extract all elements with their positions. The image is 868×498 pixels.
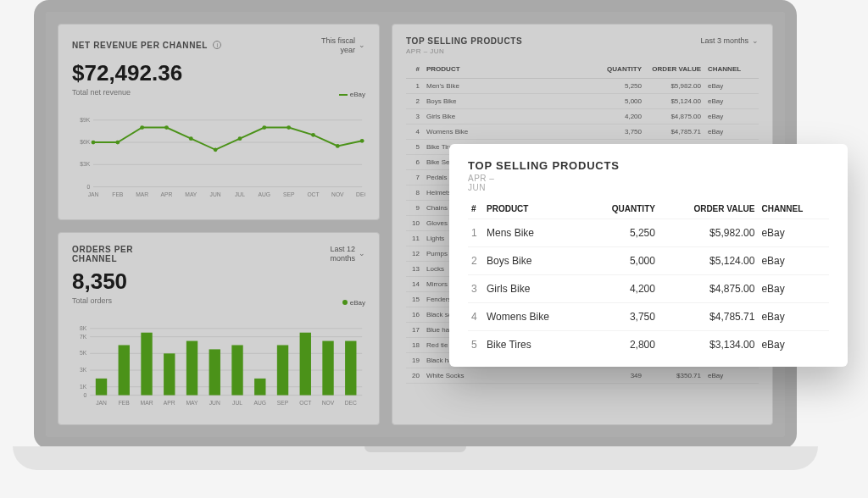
svg-point-23 (164, 125, 169, 130)
svg-text:MAR: MAR (136, 191, 148, 197)
svg-text:JUL: JUL (232, 400, 242, 406)
svg-text:AUG: AUG (259, 191, 271, 197)
table-row[interactable]: 4Womens Bike3,750$4,785.71eBay (406, 125, 759, 140)
chevron-down-icon: ⌄ (359, 249, 365, 258)
svg-text:7K: 7K (80, 334, 87, 340)
legend-dot-icon (342, 300, 348, 305)
orders-legend: eBay (350, 299, 365, 307)
orders-value: 8,350 (72, 268, 365, 295)
svg-text:JUN: JUN (210, 191, 221, 197)
svg-point-21 (115, 140, 120, 144)
svg-text:JUN: JUN (209, 400, 220, 406)
table-row[interactable]: 3Girls Bike4,200$4,875.00eBay (406, 109, 759, 125)
svg-text:$9K: $9K (80, 116, 90, 122)
orders-sub: Total orders (72, 296, 365, 305)
svg-point-24 (189, 136, 193, 141)
svg-rect-44 (96, 379, 107, 396)
chevron-down-icon: ⌄ (359, 41, 365, 50)
table-row[interactable]: 1Men's Bike5,250$5,982.00eBay (406, 79, 759, 94)
table-row[interactable]: 2Boys Bike5,000$5,124.00eBay (406, 94, 759, 109)
svg-rect-62 (300, 333, 311, 396)
top-selling-title: TOP SELLING PRODUCTS (406, 36, 522, 46)
net-revenue-period-selector[interactable]: This fiscal year ⌄ (313, 36, 365, 55)
top-selling-range: APR – JUN (406, 47, 522, 55)
svg-rect-58 (254, 379, 265, 396)
net-revenue-legend: eBay (350, 91, 365, 98)
svg-text:3K: 3K (80, 367, 87, 373)
orders-period-selector[interactable]: Last 12 months ⌄ (321, 245, 365, 263)
net-revenue-line-chart: 0$3K$6K$9KJANFEBMARAPRMAYJUNJULAUGSEPOCT… (72, 115, 365, 200)
svg-point-29 (311, 132, 315, 136)
svg-text:MAR: MAR (141, 400, 153, 406)
popup-header-row: # PRODUCT QUANTITY ORDER VALUE CHANNEL (468, 199, 829, 219)
svg-text:DEC: DEC (345, 400, 357, 406)
svg-rect-54 (209, 349, 220, 395)
svg-point-30 (336, 144, 340, 148)
orders-title: ORDERS PER CHANNEL (72, 245, 148, 263)
net-revenue-sub: Total net revenue (72, 88, 365, 97)
popup-range: APR –JUN (468, 174, 829, 192)
svg-text:NOV: NOV (331, 191, 344, 197)
svg-text:MAY: MAY (185, 191, 198, 197)
svg-text:MAY: MAY (186, 400, 198, 406)
popup-table: # PRODUCT QUANTITY ORDER VALUE CHANNEL 1… (468, 199, 829, 358)
popup-row[interactable]: 2Boys Bike5,000$5,124.00eBay (468, 247, 829, 275)
popup-row[interactable]: 3Girls Bike4,200$4,875.00eBay (468, 275, 829, 303)
legend-line-icon (339, 94, 348, 96)
info-icon[interactable]: i (213, 41, 221, 49)
svg-text:5K: 5K (80, 350, 87, 356)
table-row[interactable]: 20White Socks349$350.71eBay (406, 368, 759, 384)
svg-text:1K: 1K (80, 384, 87, 390)
svg-point-27 (262, 125, 266, 130)
svg-rect-50 (164, 353, 175, 395)
top-selling-period-selector[interactable]: Last 3 months ⌄ (700, 36, 759, 46)
net-revenue-value: $72,492.36 (72, 60, 365, 86)
svg-point-20 (92, 140, 96, 144)
orders-card: ORDERS PER CHANNEL Last 12 months ⌄ 8,35… (58, 232, 380, 425)
orders-bar-chart: 01K3K5K7K8KJANFEBMARAPRMAYJUNJULAUGSEPOC… (72, 324, 365, 408)
left-column: NET REVENUE PER CHANNEL i This fiscal ye… (58, 24, 380, 425)
svg-point-25 (214, 147, 218, 152)
svg-text:SEP: SEP (277, 400, 289, 406)
top-selling-popup: TOP SELLING PRODUCTS APR –JUN # PRODUCT … (449, 144, 848, 367)
popup-row[interactable]: 4Womens Bike3,750$4,785.71eBay (468, 303, 829, 331)
svg-text:FEB: FEB (119, 400, 131, 406)
svg-text:JAN: JAN (96, 400, 107, 406)
svg-text:$6K: $6K (80, 139, 90, 145)
svg-text:0: 0 (84, 392, 87, 398)
svg-text:8K: 8K (80, 325, 87, 331)
svg-rect-56 (231, 345, 242, 395)
table-header-row: # PRODUCT QUANTITY ORDER VALUE CHANNEL (406, 62, 759, 79)
svg-text:DEC: DEC (356, 191, 365, 197)
popup-row[interactable]: 1Mens Bike5,250$5,982.00eBay (468, 219, 829, 247)
svg-point-31 (360, 138, 364, 142)
net-revenue-card: NET REVENUE PER CHANNEL i This fiscal ye… (58, 24, 380, 220)
svg-rect-48 (141, 333, 152, 396)
svg-text:NOV: NOV (322, 400, 335, 406)
svg-point-22 (140, 125, 144, 130)
net-revenue-title: NET REVENUE PER CHANNEL (72, 41, 208, 50)
popup-title: TOP SELLING PRODUCTS (468, 159, 829, 172)
svg-rect-64 (322, 341, 333, 396)
svg-rect-66 (345, 341, 356, 396)
svg-text:OCT: OCT (307, 191, 319, 197)
svg-text:0: 0 (86, 183, 90, 189)
svg-text:APR: APR (161, 191, 173, 197)
svg-text:JUL: JUL (235, 191, 245, 197)
laptop-notch (364, 446, 466, 452)
svg-text:SEP: SEP (283, 191, 295, 197)
svg-text:JAN: JAN (88, 191, 99, 197)
svg-text:OCT: OCT (299, 400, 311, 406)
svg-text:$3K: $3K (80, 161, 90, 167)
svg-rect-60 (277, 345, 288, 395)
svg-point-28 (287, 125, 291, 130)
svg-point-26 (238, 136, 242, 141)
svg-rect-46 (119, 345, 130, 395)
chevron-down-icon: ⌄ (752, 36, 759, 46)
popup-row[interactable]: 5Bike Tires2,800$3,134.00eBay (468, 331, 829, 359)
svg-text:FEB: FEB (112, 191, 124, 197)
svg-text:APR: APR (164, 400, 175, 406)
svg-text:AUG: AUG (253, 400, 266, 406)
svg-rect-52 (186, 341, 198, 396)
